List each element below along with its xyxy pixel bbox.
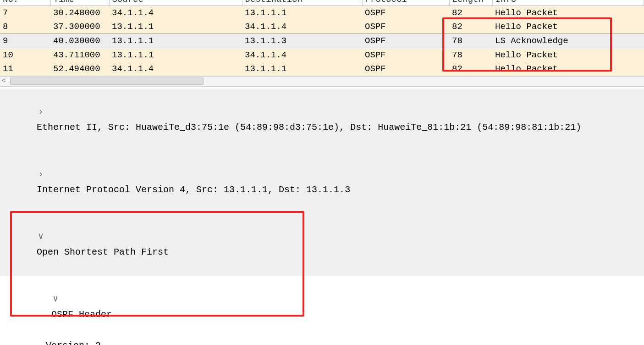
cell-proto: OSPF xyxy=(362,34,449,48)
tree-label: OSPF Header xyxy=(51,309,112,320)
cell-src: 34.1.1.4 xyxy=(109,62,242,76)
cell-proto: OSPF xyxy=(362,20,449,34)
cell-info: Hello Packet xyxy=(492,20,644,34)
tree-label: Internet Protocol Version 4, Src: 13.1.1… xyxy=(37,184,350,195)
col-header-time[interactable]: Time xyxy=(50,0,109,6)
cell-proto: OSPF xyxy=(362,62,449,76)
collapse-icon[interactable]: ∨ xyxy=(37,229,45,245)
tree-label: Open Shortest Path First xyxy=(37,247,169,257)
cell-len: 78 xyxy=(449,34,492,48)
cell-src: 34.1.1.4 xyxy=(109,6,242,20)
packet-row[interactable]: 11 52.494000 34.1.1.4 13.1.1.1 OSPF 82 H… xyxy=(0,62,644,76)
packet-row[interactable]: 10 43.711000 13.1.1.1 34.1.1.4 OSPF 78 H… xyxy=(0,48,644,62)
cell-dst: 13.1.1.1 xyxy=(242,6,362,20)
cell-info: Hello Packet xyxy=(492,6,644,20)
collapse-icon[interactable]: ∨ xyxy=(51,291,60,307)
scroll-left-icon[interactable]: < xyxy=(2,77,6,84)
tree-row-ethernet[interactable]: › Ethernet II, Src: HuaweiTe_d3:75:1e (5… xyxy=(0,89,644,151)
col-header-no[interactable]: No. xyxy=(0,0,50,6)
packet-list-pane[interactable]: No. Time Source Destination Protocol Len… xyxy=(0,0,644,76)
cell-dst: 34.1.1.4 xyxy=(242,48,362,62)
cell-no: 11 xyxy=(0,62,50,76)
expand-icon[interactable]: › xyxy=(37,167,45,182)
cell-no: 7 xyxy=(0,6,50,20)
cell-proto: OSPF xyxy=(362,48,449,62)
cell-proto: OSPF xyxy=(362,6,449,20)
cell-len: 82 xyxy=(449,20,492,34)
scroll-thumb[interactable] xyxy=(10,78,204,85)
packet-row-selected[interactable]: 9 40.030000 13.1.1.1 13.1.1.3 OSPF 78 LS… xyxy=(0,34,644,48)
cell-dst: 34.1.1.4 xyxy=(242,20,362,34)
cell-time: 40.030000 xyxy=(50,34,109,48)
cell-no: 10 xyxy=(0,48,50,62)
col-header-source[interactable]: Source xyxy=(109,0,242,6)
tree-row-ospf[interactable]: ∨ Open Shortest Path First xyxy=(0,213,644,276)
cell-dst: 13.1.1.3 xyxy=(242,34,362,48)
cell-len: 82 xyxy=(449,6,492,20)
col-header-info[interactable]: Info xyxy=(492,0,644,6)
tree-row-version[interactable]: Version: 2 xyxy=(0,338,644,345)
cell-time: 43.711000 xyxy=(50,48,109,62)
cell-no: 8 xyxy=(0,20,50,34)
packet-details-pane[interactable]: › Ethernet II, Src: HuaweiTe_d3:75:1e (5… xyxy=(0,86,644,345)
packet-list-hscrollbar[interactable]: < xyxy=(0,76,644,86)
tree-label: Ethernet II, Src: HuaweiTe_d3:75:1e (54:… xyxy=(37,122,581,133)
cell-info: LS Acknowledge xyxy=(492,34,644,48)
cell-time: 52.494000 xyxy=(50,62,109,76)
tree-row-ip[interactable]: › Internet Protocol Version 4, Src: 13.1… xyxy=(0,151,644,213)
cell-time: 30.248000 xyxy=(50,6,109,20)
col-header-destination[interactable]: Destination xyxy=(242,0,362,6)
tree-label: Version: 2 xyxy=(46,340,101,345)
col-header-length[interactable]: Length xyxy=(449,0,492,6)
tree-row-ospf-header[interactable]: ∨ OSPF Header xyxy=(0,276,644,338)
cell-info: Hello Packet xyxy=(492,62,644,76)
cell-len: 82 xyxy=(449,62,492,76)
cell-src: 13.1.1.1 xyxy=(109,48,242,62)
packet-row[interactable]: 8 37.300000 13.1.1.1 34.1.1.4 OSPF 82 He… xyxy=(0,20,644,34)
cell-dst: 13.1.1.1 xyxy=(242,62,362,76)
packet-row[interactable]: 7 30.248000 34.1.1.4 13.1.1.1 OSPF 82 He… xyxy=(0,6,644,20)
col-header-protocol[interactable]: Protocol xyxy=(362,0,449,6)
cell-src: 13.1.1.1 xyxy=(109,34,242,48)
cell-src: 13.1.1.1 xyxy=(109,20,242,34)
cell-time: 37.300000 xyxy=(50,20,109,34)
expand-icon[interactable]: › xyxy=(37,104,45,120)
cell-no: 9 xyxy=(0,34,50,48)
cell-len: 78 xyxy=(449,48,492,62)
packet-list-header-row[interactable]: No. Time Source Destination Protocol Len… xyxy=(0,0,644,6)
packet-list-table[interactable]: No. Time Source Destination Protocol Len… xyxy=(0,0,644,76)
cell-info: Hello Packet xyxy=(492,48,644,62)
